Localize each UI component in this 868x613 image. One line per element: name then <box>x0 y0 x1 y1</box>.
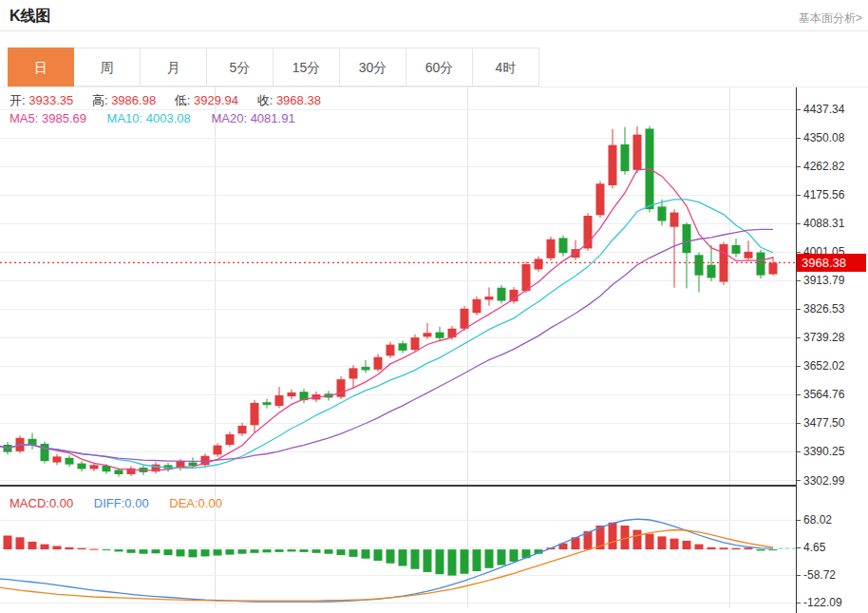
tab-period-0[interactable]: 日 <box>8 48 74 86</box>
ma5-legend: MA5: 3985.69 <box>9 111 86 125</box>
price-axis: 4437.344350.084262.824175.564088.314001.… <box>0 103 845 488</box>
candle <box>226 434 235 445</box>
price-tick-label: 3477.50 <box>803 416 845 430</box>
dea-line <box>0 530 773 602</box>
candle <box>66 458 74 465</box>
price-tick-label: 3913.79 <box>803 274 845 287</box>
chart-region: 4437.344350.084262.824175.564088.314001.… <box>0 87 868 613</box>
price-tick-label: 3564.76 <box>803 388 845 401</box>
diff-value-legend: DIFF:0.00 <box>94 496 149 510</box>
period-tab-bar: 日周月5分15分30分60分4时 <box>0 48 868 87</box>
candle <box>621 144 630 171</box>
close-label: 收: <box>257 93 274 107</box>
period-tabs: 日周月5分15分30分60分4时 <box>8 48 539 86</box>
open-value: 3933.35 <box>28 93 73 107</box>
current-price-badge-text: 3968.38 <box>802 256 846 270</box>
tab-period-4[interactable]: 15分 <box>274 48 340 86</box>
tab-period-3[interactable]: 5分 <box>207 48 274 86</box>
candles-group <box>0 126 778 477</box>
macd-legend: MACD:0.00 DIFF:0.00 DEA:0.00 <box>9 496 222 510</box>
candle <box>633 135 642 170</box>
macd-tick-label: 4.65 <box>803 541 826 554</box>
tab-period-7[interactable]: 4时 <box>473 48 539 86</box>
close-value: 3968.38 <box>276 93 321 107</box>
ohlc-legend: 开: 3933.35 高: 3986.98 低: 3929.94 收: 3968… <box>9 92 336 109</box>
low-value: 3929.94 <box>194 93 238 107</box>
candle <box>708 265 716 278</box>
candle <box>559 238 568 253</box>
macd-tick-label: -122.09 <box>803 596 842 609</box>
candle <box>238 426 247 433</box>
price-tick-label: 4437.34 <box>803 103 845 116</box>
candle <box>349 368 358 378</box>
price-tick-label: 3390.25 <box>803 445 845 458</box>
ma10-line <box>0 200 773 469</box>
candle <box>214 446 222 455</box>
candle <box>263 402 272 405</box>
candle <box>609 145 617 185</box>
candle <box>436 333 444 338</box>
page-header: K线图 基本面分析> <box>0 0 868 31</box>
macd-value-legend: MACD:0.00 <box>9 496 73 510</box>
price-tick-label: 4088.31 <box>803 217 845 230</box>
price-tick-label: 4350.08 <box>803 131 845 144</box>
tab-period-5[interactable]: 30分 <box>340 48 406 86</box>
candle <box>41 444 49 461</box>
candle <box>485 297 494 299</box>
candle <box>658 206 667 220</box>
tab-period-2[interactable]: 月 <box>141 48 207 86</box>
kline-page: K线图 基本面分析> 日周月5分15分30分60分4时 4437.344350.… <box>0 0 868 613</box>
candle <box>399 343 407 351</box>
macd-tick-label: -58.72 <box>803 568 836 582</box>
kline-chart-canvas[interactable]: 4437.344350.084262.824175.564088.314001.… <box>0 87 868 613</box>
high-label: 高: <box>92 93 108 107</box>
candle <box>473 299 481 313</box>
candle <box>683 224 691 253</box>
candle <box>411 337 420 350</box>
tab-period-6[interactable]: 60分 <box>406 48 473 86</box>
ma-legend: MA5: 3985.69 MA10: 4003.08 MA20: 4081.91 <box>9 111 295 125</box>
ma20-legend: MA20: 4081.91 <box>211 111 294 125</box>
price-tick-label: 3826.53 <box>803 302 845 316</box>
fundamental-analysis-link[interactable]: 基本面分析> <box>799 10 862 27</box>
candle <box>757 253 765 276</box>
candle <box>374 357 383 370</box>
candle <box>695 255 704 275</box>
candle <box>362 367 370 370</box>
high-value: 3986.98 <box>111 93 156 107</box>
candle <box>53 456 62 462</box>
candle <box>288 393 296 396</box>
candle <box>337 379 346 397</box>
candle <box>745 252 753 259</box>
macd-histogram <box>0 523 778 576</box>
tab-period-1[interactable]: 周 <box>74 48 141 86</box>
price-tick-label: 4262.82 <box>803 160 845 173</box>
candle <box>28 439 37 445</box>
candle <box>387 345 395 356</box>
candle <box>670 213 679 227</box>
candle <box>732 245 741 254</box>
candle <box>424 333 432 336</box>
ma10-legend: MA10: 4003.08 <box>107 111 191 125</box>
candle <box>769 262 778 274</box>
candle <box>90 465 99 469</box>
low-label: 低: <box>175 93 191 107</box>
price-tick-label: 3652.02 <box>803 359 845 373</box>
candle <box>275 395 284 406</box>
macd-tick-label: 68.02 <box>803 513 832 527</box>
candle <box>498 288 506 301</box>
price-tick-label: 3739.28 <box>803 331 845 344</box>
candle <box>535 259 543 269</box>
candle <box>522 264 531 291</box>
dea-value-legend: DEA:0.00 <box>169 496 222 510</box>
page-title: K线图 <box>9 7 51 27</box>
candle <box>547 239 556 259</box>
candle <box>596 183 605 215</box>
ma5-line <box>0 169 773 470</box>
candle <box>461 309 469 329</box>
candle <box>115 469 123 473</box>
open-label: 开: <box>9 93 26 107</box>
candle <box>78 464 86 469</box>
candle <box>251 403 259 425</box>
price-tick-label: 4175.56 <box>803 188 845 201</box>
